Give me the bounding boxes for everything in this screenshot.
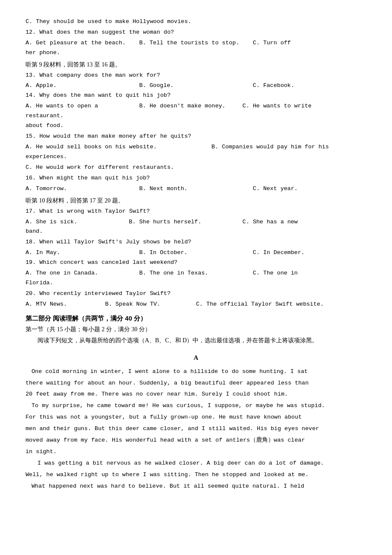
option-12a: A. Get pleasure at the beach. xyxy=(26,38,139,48)
option-19c: C. The one in xyxy=(253,269,366,278)
question-20: 20. Who recently interviewed Taylor Swif… xyxy=(26,289,366,299)
option-12b: B. Tell the tourists to stop. xyxy=(139,38,253,48)
reading-instruction: 阅读下列短文，从每题所给的四个选项（A、B、C、和 D）中，选出最佳选项，并在答… xyxy=(26,335,366,346)
passage-para-2a: To my surprise, he came toward me! He wa… xyxy=(26,401,366,411)
passage-para-3a: I was getting a bit nervous as he walked… xyxy=(26,459,366,468)
answer-c-11: C. They should be used to make Hollywood… xyxy=(26,17,366,27)
option-14a: A. He wants to open a restaurant. xyxy=(26,101,139,121)
question-13: 13. What company does the man work for? xyxy=(26,71,366,81)
passage-para-3b: Well, he walked right up to where I was … xyxy=(26,470,366,480)
instruction-section10: 听第 10 段材料，回答第 17 至 20 题。 xyxy=(26,196,366,206)
question-19: 19. Which concert was canceled last week… xyxy=(26,258,366,268)
section2-title: 第二部分 阅读理解（共两节，满分 40 分） xyxy=(26,313,366,324)
option-17a: A. She is sick. xyxy=(26,217,129,227)
instruction-section9: 听第 9 段材料，回答第 13 至 16 题。 xyxy=(26,60,366,70)
option-16a: A. Tomorrow. xyxy=(26,184,139,194)
passage-para-1c: 20 feet away from me. There was no cover… xyxy=(26,390,366,399)
options-18: A. In May. B. In October. C. In December… xyxy=(26,248,366,258)
question-18: 18. When will Taylor Swift's July shows … xyxy=(26,237,366,247)
option-15a: A. He would sell books on his website. xyxy=(26,142,211,152)
passage-para-1: One cold morning in winter, I went alone… xyxy=(26,367,366,377)
option-15c: C. He would work for different restauran… xyxy=(26,163,366,173)
passage-para-4a: What happened next was hard to believe. … xyxy=(26,482,366,491)
question-16: 16. When might the man quit his job? xyxy=(26,173,366,183)
continuation-19: Florida. xyxy=(26,278,366,288)
option-14c: C. He wants to write xyxy=(242,101,366,121)
passage-para-1b: there waiting for about an hour. Suddenl… xyxy=(26,379,366,388)
continuation-14: about food. xyxy=(26,121,366,131)
option-16b: B. Next month. xyxy=(139,184,253,194)
passage-para-2e: in sight. xyxy=(26,447,366,457)
option-18b: B. In October. xyxy=(139,248,253,258)
question-17: 17. What is wrong with Taylor Swift? xyxy=(26,207,366,217)
options-15ab: A. He would sell books on his website. B… xyxy=(26,142,366,152)
option-13a: A. Apple. xyxy=(26,81,139,91)
passage-para-2c: men and their guns. But this deer came c… xyxy=(26,424,366,434)
option-20b: B. Speak Now TV. xyxy=(105,300,196,309)
passage-para-2d: moved away from my face. His wonderful h… xyxy=(26,436,366,445)
option-15b: B. Companies would pay him for his xyxy=(211,142,366,152)
options-19: A. The one in Canada. B. The one in Texa… xyxy=(26,269,366,278)
option-19b: B. The one in Texas. xyxy=(139,269,253,278)
question-12: 12. What does the man suggest the woman … xyxy=(26,28,366,38)
passage-para-2b: For this was not a youngster, but a full… xyxy=(26,413,366,422)
options-16: A. Tomorrow. B. Next month. C. Next year… xyxy=(26,184,366,194)
option-17c: C. She has a new xyxy=(242,217,366,227)
option-18a: A. In May. xyxy=(26,248,139,258)
option-17b: B. She hurts herself. xyxy=(129,217,242,227)
option-19a: A. The one in Canada. xyxy=(26,269,139,278)
continuation-12: her phone. xyxy=(26,48,366,58)
continuation-15: experiences. xyxy=(26,152,366,162)
option-20a: A. MTV News. xyxy=(26,300,105,309)
passage-a-title: A xyxy=(26,353,366,364)
question-15: 15. How would the man make money after h… xyxy=(26,132,366,142)
options-14: A. He wants to open a restaurant. B. He … xyxy=(26,101,366,121)
options-17: A. She is sick. B. She hurts herself. C.… xyxy=(26,217,366,227)
option-14b: B. He doesn't make money. xyxy=(139,101,242,121)
options-20: A. MTV News. B. Speak Now TV. C. The off… xyxy=(26,300,366,309)
option-20c: C. The official Taylor Swift website. xyxy=(196,300,366,309)
option-13c: C. Facebook. xyxy=(253,81,366,91)
option-13b: B. Google. xyxy=(139,81,253,91)
sub-section-label: 第一节（共 15 小题；每小题 2 分，满分 30 分） xyxy=(26,324,366,335)
continuation-17: band. xyxy=(26,227,366,237)
option-12c: C. Turn off xyxy=(253,38,366,48)
options-12: A. Get pleasure at the beach. B. Tell th… xyxy=(26,38,366,48)
option-16c: C. Next year. xyxy=(253,184,366,194)
question-14: 14. Why does the man want to quit his jo… xyxy=(26,91,366,101)
option-18c: C. In December. xyxy=(253,248,366,258)
main-content: C. They should be used to make Hollywood… xyxy=(26,17,366,491)
options-13: A. Apple. B. Google. C. Facebook. xyxy=(26,81,366,91)
